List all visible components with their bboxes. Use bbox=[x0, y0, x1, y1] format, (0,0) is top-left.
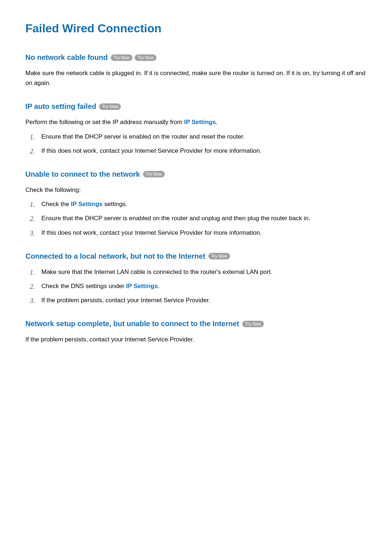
intro-ip-auto-pre: Perform the following or set the IP addr… bbox=[25, 119, 184, 126]
item2-post: . bbox=[158, 283, 160, 290]
item1-post: settings. bbox=[103, 201, 127, 208]
section-local-not-internet: Connected to a local network, but not to… bbox=[25, 252, 367, 305]
list-item: If this does not work, contact your Inte… bbox=[30, 228, 367, 238]
body-setup-complete: If the problem persists, contact your In… bbox=[25, 335, 367, 344]
heading-setup-complete: Network setup complete, but unable to co… bbox=[25, 320, 367, 328]
intro-ip-auto: Perform the following or set the IP addr… bbox=[25, 117, 367, 127]
body-no-cable: Make sure the network cable is plugged i… bbox=[25, 68, 367, 88]
ip-settings-link[interactable]: IP Settings bbox=[71, 201, 103, 208]
list-item: Ensure that the DHCP server is enabled o… bbox=[30, 213, 367, 223]
try-now-button[interactable]: Try Now bbox=[99, 103, 121, 110]
heading-no-cable-text: No network cable found bbox=[25, 53, 108, 62]
heading-ip-auto: IP auto setting failed Try Now bbox=[25, 102, 367, 111]
ip-settings-link[interactable]: IP Settings bbox=[184, 119, 216, 126]
item2-pre: Check the DNS settings under bbox=[41, 283, 126, 290]
heading-unable-connect-text: Unable to connect to the network bbox=[25, 170, 140, 178]
section-unable-connect: Unable to connect to the network Try Now… bbox=[25, 170, 367, 238]
heading-ip-auto-text: IP auto setting failed bbox=[25, 102, 96, 111]
try-now-button[interactable]: Try Now bbox=[242, 321, 264, 327]
list-item: If this does not work, contact your Inte… bbox=[30, 146, 367, 156]
list-item: If the problem persists, contact your In… bbox=[30, 295, 367, 305]
try-now-button[interactable]: Try Now bbox=[143, 171, 165, 177]
section-setup-complete: Network setup complete, but unable to co… bbox=[25, 320, 367, 344]
try-now-button[interactable]: Try Now bbox=[135, 54, 156, 61]
heading-local-not-internet: Connected to a local network, but not to… bbox=[25, 252, 367, 260]
heading-local-not-internet-text: Connected to a local network, but not to… bbox=[25, 252, 205, 260]
heading-no-cable: No network cable found Try Now Try Now bbox=[25, 53, 367, 62]
ip-settings-link[interactable]: IP Settings bbox=[126, 283, 158, 290]
try-now-button[interactable]: Try Now bbox=[111, 54, 132, 61]
intro-unable-connect: Check the following: bbox=[25, 185, 367, 195]
list-item: Ensure that the DHCP server is enabled o… bbox=[30, 132, 367, 141]
heading-unable-connect: Unable to connect to the network Try Now bbox=[25, 170, 367, 178]
list-ip-auto: Ensure that the DHCP server is enabled o… bbox=[25, 132, 367, 156]
list-item: Check the IP Settings settings. bbox=[30, 199, 367, 209]
list-item: Make sure that the Internet LAN cable is… bbox=[30, 267, 367, 277]
list-local-not-internet: Make sure that the Internet LAN cable is… bbox=[25, 267, 367, 305]
section-ip-auto: IP auto setting failed Try Now Perform t… bbox=[25, 102, 367, 156]
list-unable-connect: Check the IP Settings settings. Ensure t… bbox=[25, 199, 367, 238]
page-title: Failed Wired Connection bbox=[25, 22, 367, 35]
list-item: Check the DNS settings under IP Settings… bbox=[30, 281, 367, 291]
item1-pre: Check the bbox=[41, 201, 71, 208]
intro-ip-auto-post: . bbox=[216, 119, 218, 126]
section-no-cable: No network cable found Try Now Try Now M… bbox=[25, 53, 367, 88]
heading-setup-complete-text: Network setup complete, but unable to co… bbox=[25, 320, 239, 328]
try-now-button[interactable]: Try Now bbox=[208, 253, 230, 259]
